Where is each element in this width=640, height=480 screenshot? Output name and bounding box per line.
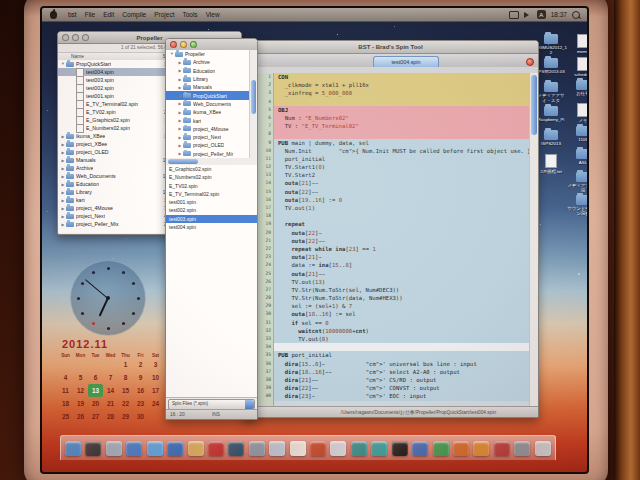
desktop-icon-SIGMUS2012_12[interactable]: SIGMUS2012_12 — [534, 34, 568, 55]
tree-label: Library — [193, 76, 208, 82]
desktop-icon-IPS研2013.03[interactable]: IPS研2013.03 — [534, 58, 568, 74]
tree-item-project_next[interactable]: ▶project_Next — [166, 133, 250, 141]
system-preferences-icon[interactable] — [514, 441, 530, 456]
volume-icon[interactable] — [524, 12, 532, 18]
tree-item-project_peller_mir[interactable]: ▶project_Peller_Mir — [166, 150, 250, 158]
tree-scrollbar[interactable] — [249, 50, 257, 158]
propeller-ide-icon[interactable] — [371, 441, 387, 456]
menu-item-file[interactable]: File — [85, 11, 95, 18]
input-menu-icon[interactable]: A — [537, 10, 546, 19]
menu-item-project[interactable]: Project — [154, 11, 174, 18]
quicktime-icon[interactable] — [249, 441, 265, 456]
bst-title-bar[interactable]: BST - Brad's Spin Tool — [243, 41, 538, 54]
desktop-icon-2月例程.txt[interactable]: 2月例程.txt — [534, 154, 568, 174]
ichat-icon[interactable] — [147, 441, 163, 456]
tree-item-ikuma_xbee[interactable]: ▶ikuma_XBee — [166, 108, 250, 116]
apple-menu-icon[interactable] — [50, 11, 57, 19]
desktop-icon-お仕事[interactable]: お仕事 — [566, 80, 589, 96]
menu-item-tools[interactable]: Tools — [182, 11, 197, 18]
safari-icon[interactable] — [126, 441, 142, 456]
desktop-icon-1106[interactable]: 1106 — [566, 126, 589, 142]
code-line — [274, 98, 530, 106]
list-item-E_TV02.spin[interactable]: E_TV02.spin — [166, 182, 257, 190]
file-name: E_Graphics02.spin — [86, 117, 130, 123]
calendar-day: 2 — [133, 358, 148, 371]
code-area[interactable]: 1234567891011121314151617181920212223242… — [243, 73, 538, 407]
preview-icon[interactable] — [269, 441, 285, 456]
menu-clock[interactable]: 18:37 — [551, 11, 567, 18]
close-tab-icon[interactable] — [526, 58, 534, 66]
desktop-icon-ISPS2013[interactable]: ISPS2013 — [534, 130, 568, 146]
desktop-icon-メモ[interactable]: メモ — [566, 103, 589, 123]
desktop-icon-label: メディアアーツ演 — [566, 183, 589, 193]
close-button[interactable] — [170, 41, 177, 48]
flash-icon[interactable] — [208, 441, 224, 456]
desktop-icon-ASL[interactable]: ASL — [566, 149, 589, 165]
list-item-test003.spin[interactable]: test003.spin — [166, 215, 257, 223]
tree-item-web_documents[interactable]: ▶Web_Documents — [166, 100, 250, 108]
dashboard-icon[interactable] — [85, 441, 101, 456]
mail-icon[interactable] — [106, 441, 122, 456]
tree-item-propquickstart[interactable]: ▶PropQuickStart — [166, 91, 250, 99]
spin-file-list: E_Graphics02.spinE_Numbers02.spinE_TV02.… — [166, 165, 257, 398]
word-icon[interactable] — [412, 441, 428, 456]
vlc-icon[interactable] — [473, 441, 489, 456]
menu-item-edit[interactable]: Edit — [103, 11, 114, 18]
desktop-icon-メディアアサイ・スタ[interactable]: メディアアサイ・スタ — [534, 82, 568, 103]
dictionary-icon[interactable] — [494, 441, 510, 456]
list-item-E_Numbers02.spin[interactable]: E_Numbers02.spin — [166, 173, 257, 181]
folder-icon — [66, 166, 74, 171]
desktop-icon-memo[interactable]: memo — [566, 34, 589, 54]
file-name: Education — [76, 181, 99, 187]
firefox-icon[interactable] — [453, 441, 469, 456]
tree-item-archive[interactable]: ▶Archive — [166, 58, 250, 66]
menu-item-compile[interactable]: Compile — [122, 11, 146, 18]
minimize-button[interactable] — [180, 41, 187, 48]
finder-icon[interactable] — [65, 441, 81, 456]
desktop-icon-Raspberry_Pi[interactable]: Raspberry_Pi — [534, 106, 568, 122]
list-item-test004.spin[interactable]: test004.spin — [166, 223, 257, 231]
photoshop-icon[interactable] — [228, 441, 244, 456]
scrollbar-thumb[interactable] — [531, 75, 537, 135]
tree-item-kart[interactable]: ▶kart — [166, 116, 250, 124]
list-item-E_TV_Terminal02.spin[interactable]: E_TV_Terminal02.spin — [166, 190, 257, 198]
editor-scrollbar[interactable] — [529, 73, 538, 407]
menu-item-bst[interactable]: bst — [68, 11, 77, 18]
name-column-header[interactable]: Name — [71, 54, 84, 59]
tree-item-project_4mouse[interactable]: ▶project_4Mouse — [166, 125, 250, 133]
list-item-E_Graphics02.spin[interactable]: E_Graphics02.spin — [166, 165, 257, 173]
calendar-day: 15 — [118, 384, 133, 397]
code-line: sel := (sel+1) & 7 — [274, 302, 530, 310]
calendar-empty-cell — [73, 358, 88, 371]
tree-item-library[interactable]: ▶Library — [166, 75, 250, 83]
arduino-icon[interactable] — [351, 441, 367, 456]
display-icon[interactable] — [509, 11, 519, 19]
textedit-icon[interactable] — [290, 441, 306, 456]
desktop-icon-schedule[interactable]: schedule — [566, 57, 589, 77]
tree-item-manuals[interactable]: ▶Manuals — [166, 83, 250, 91]
terminal-icon[interactable] — [392, 441, 408, 456]
tree-item-education[interactable]: ▶Education — [166, 67, 250, 75]
max-icon[interactable] — [310, 441, 326, 456]
desktop-icon-サウンドデザイン演習[interactable]: サウンドデザイン演習 — [566, 195, 589, 216]
tree-item-project_oled[interactable]: ▶project_OLED — [166, 141, 250, 149]
spotlight-icon[interactable] — [572, 11, 580, 19]
file-filter-label: Spin Files (*.spin) — [172, 401, 208, 406]
tree-item-propeller[interactable]: ▼Propeller — [166, 50, 250, 58]
code-line: TV.Str(Num.ToStr(data, Num#HEX3)) — [274, 294, 530, 302]
scrollbar-thumb[interactable] — [251, 80, 256, 114]
list-item-test001.spin[interactable]: test001.spin — [166, 198, 257, 206]
iphoto-icon[interactable] — [188, 441, 204, 456]
processing-icon[interactable] — [330, 441, 346, 456]
scrollbar-thumb[interactable] — [168, 159, 198, 164]
zoom-button[interactable] — [190, 41, 197, 48]
calendar-day: 29 — [118, 410, 133, 423]
excel-icon[interactable] — [433, 441, 449, 456]
itunes-icon[interactable] — [167, 441, 183, 456]
trash-icon[interactable] — [535, 441, 551, 456]
code-line: PUB port_initial — [274, 351, 530, 359]
list-item-test002.spin[interactable]: test002.spin — [166, 206, 257, 214]
folder-icon — [183, 85, 191, 90]
menu-item-view[interactable]: View — [206, 11, 220, 18]
desktop-icon-メディアアーツ演[interactable]: メディアアーツ演 — [566, 172, 589, 193]
